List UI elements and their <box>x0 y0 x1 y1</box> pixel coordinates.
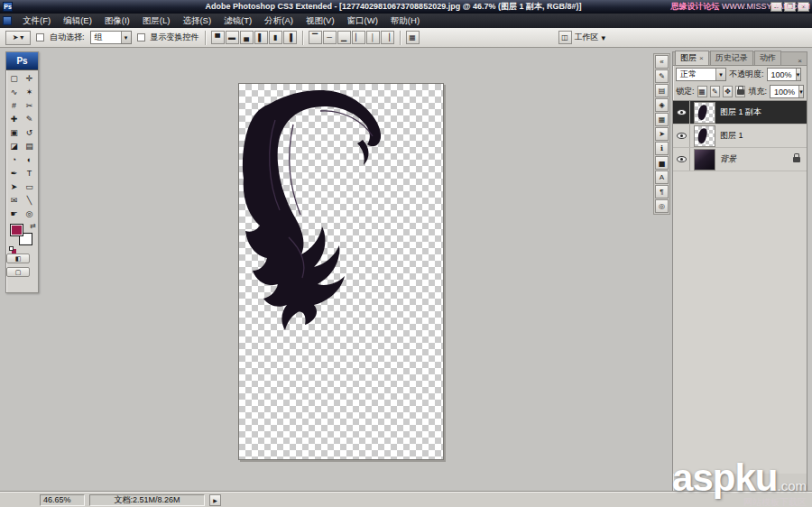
dodge-tool[interactable]: ◐ <box>22 152 37 166</box>
tab-layers[interactable]: 图层 × <box>675 51 709 65</box>
blend-mode-dropdown[interactable]: 正常 ▾ <box>676 68 726 81</box>
rectangular-marquee-tool[interactable]: ▢ <box>6 71 22 85</box>
blur-tool[interactable]: ◔ <box>6 152 22 166</box>
menu-help[interactable]: 帮助(H) <box>384 14 426 28</box>
swap-colors-icon[interactable]: ⇄ <box>30 222 36 230</box>
menu-filter[interactable]: 滤镜(T) <box>217 14 258 28</box>
align-bottom-button[interactable]: ▄ <box>240 31 254 44</box>
navigator-panel-icon[interactable]: ◎ <box>655 199 669 213</box>
lasso-tool[interactable]: ∿ <box>6 85 22 98</box>
menu-file[interactable]: 文件(F) <box>16 14 57 28</box>
layer-name[interactable]: 图层 1 <box>720 130 743 142</box>
auto-select-checkbox[interactable] <box>36 33 44 41</box>
notes-tool[interactable]: ✉ <box>6 193 22 207</box>
layer-row-copy[interactable]: 图层 1 副本 <box>673 101 807 124</box>
distribute-hcenter-button[interactable]: │ <box>366 31 380 44</box>
brushes-panel-icon[interactable]: ✎ <box>655 69 669 83</box>
opacity-label: 不透明度: <box>729 69 764 80</box>
default-colors-icon[interactable] <box>9 246 14 251</box>
healing-brush-tool[interactable]: ✚ <box>6 112 22 125</box>
distribute-top-button[interactable]: ▔ <box>309 31 322 44</box>
auto-select-dropdown[interactable]: 组 ▾ <box>90 31 132 44</box>
info-panel-icon[interactable]: ℹ <box>655 142 669 155</box>
menu-image[interactable]: 图像(I) <box>98 14 136 28</box>
layer-name[interactable]: 背景 <box>720 153 736 165</box>
align-vcenter-button[interactable]: ▬ <box>226 31 239 44</box>
status-expand-button[interactable]: ▶ <box>209 494 221 506</box>
history-brush-tool[interactable]: ↺ <box>22 125 37 139</box>
align-top-button[interactable]: ▀ <box>211 31 225 44</box>
shape-tool[interactable]: ▭ <box>22 180 37 193</box>
menu-layer[interactable]: 图层(L) <box>136 14 177 28</box>
styles-panel-icon[interactable]: ◈ <box>655 98 669 112</box>
title-bar: Ps Adobe Photoshop CS3 Extended - [12774… <box>0 0 812 14</box>
swatches-panel-icon[interactable]: ▤ <box>655 84 669 97</box>
zoom-tool[interactable]: ◎ <box>22 207 37 220</box>
layer-thumbnail[interactable] <box>694 102 715 124</box>
visibility-toggle[interactable] <box>673 124 690 147</box>
distribute-vcenter-button[interactable]: ─ <box>323 31 337 44</box>
clone-stamp-tool[interactable]: ▣ <box>6 125 22 139</box>
menu-edit[interactable]: 编辑(E) <box>57 14 98 28</box>
auto-align-button[interactable]: ▦ <box>406 31 420 44</box>
magic-wand-tool[interactable]: ✶ <box>22 85 37 98</box>
layer-name[interactable]: 图层 1 副本 <box>720 106 761 118</box>
screen-mode-button[interactable]: ▢ <box>6 267 30 277</box>
restore-button[interactable]: ❐ <box>784 2 796 12</box>
type-tool[interactable]: T <box>22 166 37 180</box>
quick-mask-button[interactable]: ◧ <box>6 254 30 263</box>
minimize-button[interactable]: – <box>770 2 782 12</box>
paths-panel-icon[interactable]: ➤ <box>655 127 669 141</box>
hand-tool[interactable]: ☛ <box>6 207 22 220</box>
histogram-panel-icon[interactable]: ▅ <box>655 156 669 170</box>
visibility-toggle[interactable] <box>673 101 690 124</box>
crop-tool[interactable]: # <box>6 98 22 112</box>
distribute-left-button[interactable]: ▏ <box>352 31 365 44</box>
layer-thumbnail[interactable] <box>694 149 715 171</box>
visibility-toggle[interactable] <box>673 148 690 171</box>
lock-image-button[interactable]: ✎ <box>710 86 720 97</box>
distribute-right-button[interactable]: ▕ <box>381 31 394 44</box>
workspace-label[interactable]: 工作区 <box>575 32 599 43</box>
show-transform-checkbox[interactable] <box>137 33 145 41</box>
move-tool[interactable]: ✛ <box>22 71 37 85</box>
character-panel-icon[interactable]: A <box>655 171 669 184</box>
zoom-level-field[interactable]: 46.65% <box>40 494 85 506</box>
status-bar: 46.65% 文档:2.51M/8.26M ▶ <box>0 492 812 507</box>
align-left-button[interactable]: ▌ <box>254 31 268 44</box>
eyedropper-tool[interactable]: ╲ <box>22 193 37 207</box>
pen-tool[interactable]: ✒ <box>6 166 22 180</box>
align-hcenter-button[interactable]: ▮ <box>269 31 282 44</box>
foreground-color-swatch[interactable] <box>10 224 23 236</box>
menu-analysis[interactable]: 分析(A) <box>258 14 300 28</box>
slice-tool[interactable]: ✂ <box>22 98 37 112</box>
lock-position-button[interactable]: ✥ <box>723 86 733 97</box>
close-button[interactable]: × <box>798 2 809 12</box>
tool-preset-picker[interactable]: ➤ ▾ <box>5 31 31 45</box>
gradient-tool[interactable]: ▤ <box>22 139 37 152</box>
panel-close-button[interactable]: × <box>795 57 805 65</box>
lock-all-button[interactable] <box>735 86 745 97</box>
collapse-dock-icon[interactable]: « <box>655 55 669 69</box>
tab-actions[interactable]: 动作 <box>754 51 781 65</box>
channels-panel-icon[interactable]: ▦ <box>655 113 669 126</box>
menu-select[interactable]: 选择(S) <box>176 14 217 28</box>
menu-view[interactable]: 视图(V) <box>300 14 341 28</box>
layer-thumbnail[interactable] <box>694 125 715 147</box>
layer-row-1[interactable]: 图层 1 <box>673 124 807 148</box>
tab-history[interactable]: 历史记录 <box>710 51 753 65</box>
opacity-dropdown[interactable]: 100% ▾ <box>767 68 801 81</box>
lock-transparent-button[interactable]: ▦ <box>697 86 707 97</box>
brush-tool[interactable]: ✎ <box>22 112 37 125</box>
bridge-icon[interactable]: ◫ <box>558 31 572 44</box>
eraser-tool[interactable]: ◪ <box>6 139 22 152</box>
layer-row-background[interactable]: 背景 <box>673 148 807 171</box>
path-selection-tool[interactable]: ➤ <box>6 180 22 193</box>
fill-dropdown[interactable]: 100% ▾ <box>770 85 804 98</box>
paragraph-panel-icon[interactable]: ¶ <box>655 185 669 198</box>
close-tab-icon[interactable]: × <box>699 54 704 62</box>
document-canvas[interactable] <box>238 83 444 460</box>
align-right-button[interactable]: ▐ <box>283 31 297 44</box>
distribute-bottom-button[interactable]: ▁ <box>337 31 351 44</box>
menu-window[interactable]: 窗口(W) <box>341 14 384 28</box>
